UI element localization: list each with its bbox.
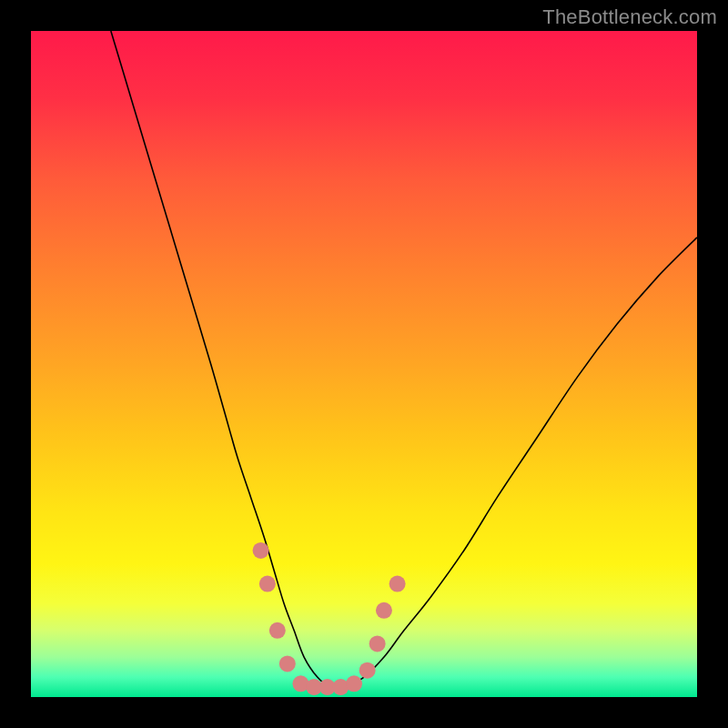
outer-frame: TheBottleneck.com: [0, 0, 728, 728]
marker-dot: [279, 655, 296, 672]
marker-dot: [253, 542, 269, 559]
marker-dot: [346, 675, 362, 692]
marker-dot: [376, 602, 392, 619]
watermark-text: TheBottleneck.com: [542, 5, 717, 29]
highlight-markers: [253, 542, 406, 695]
marker-dot: [359, 662, 376, 679]
marker-dot: [389, 576, 406, 592]
marker-dot: [369, 635, 386, 652]
marker-dot: [269, 622, 286, 639]
plot-area: [31, 31, 697, 697]
chart-svg: [31, 31, 697, 697]
marker-dot: [259, 576, 276, 592]
bottleneck-curve: [111, 31, 697, 688]
